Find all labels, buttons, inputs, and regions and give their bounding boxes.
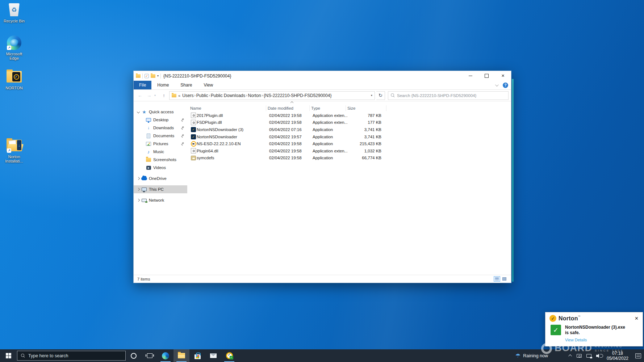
- taskbar-clock[interactable]: 07:18 05/04/2022: [606, 351, 629, 361]
- taskbar-cortana-button[interactable]: [126, 349, 142, 362]
- desktop-icon-recycle-bin[interactable]: ♻ Recycle Bin: [2, 2, 26, 23]
- taskbar-task-view-button[interactable]: [142, 349, 158, 362]
- tab-file[interactable]: File: [134, 81, 151, 89]
- refresh-button[interactable]: ↻: [376, 91, 385, 100]
- minimize-button[interactable]: [462, 71, 478, 81]
- taskbar-store-button[interactable]: [189, 349, 205, 362]
- sidebar-item-quick-access[interactable]: ★Quick access: [134, 108, 189, 116]
- desktop-icon-norton-folder[interactable]: ✓ NORTON: [2, 69, 26, 90]
- file-row[interactable]: Plugin64.dll02/04/2022 19:58Application …: [189, 147, 511, 155]
- sidebar-item-documents[interactable]: Documents: [134, 132, 189, 140]
- tab-view[interactable]: View: [198, 81, 219, 89]
- recent-locations-icon[interactable]: ▾: [154, 94, 159, 97]
- display-tray-icon[interactable]: [577, 354, 582, 358]
- file-type: Application: [311, 156, 347, 160]
- separator: [142, 73, 143, 79]
- column-header-type[interactable]: Type: [310, 105, 346, 111]
- column-header-size[interactable]: Size: [346, 105, 386, 111]
- qat-customize-arrow-icon[interactable]: ▾: [157, 74, 159, 77]
- desktop: ♻ Recycle Bin ↗ Microsoft Edge ✓ NORTON …: [0, 0, 644, 362]
- breadcrumb-item[interactable]: Users: [182, 93, 193, 98]
- file-size: 3,741 KB: [347, 127, 381, 132]
- taskbar-edge-button[interactable]: [158, 349, 173, 362]
- file-type-dll-icon: [190, 120, 197, 125]
- breadcrumb-separator-icon[interactable]: ›: [245, 93, 248, 97]
- chevron-down-icon[interactable]: [136, 111, 141, 113]
- start-button[interactable]: [0, 349, 17, 362]
- column-header-name[interactable]: Name: [189, 105, 266, 111]
- breadcrumb-item[interactable]: {NS-2222210-SHPD-FSD5290004}: [264, 93, 331, 98]
- volume-tray-icon[interactable]: [596, 354, 601, 358]
- breadcrumb-separator-icon[interactable]: ›: [261, 93, 264, 97]
- sidebar-item-this-pc[interactable]: This PC: [134, 185, 187, 193]
- desktop-icon-label: Norton Installati...: [2, 155, 26, 163]
- taskbar-mail-button[interactable]: [205, 349, 221, 362]
- sidebar-item-label: Screenshots: [153, 157, 176, 162]
- breadcrumb-item[interactable]: Public: [196, 93, 208, 98]
- file-row[interactable]: NS-ESD-22.22.2.10-EN02/04/2022 19:58Appl…: [189, 140, 511, 147]
- taskbar-weather-button[interactable]: ☂ Raining now: [515, 353, 548, 359]
- properties-qat-icon[interactable]: ✓: [145, 74, 149, 78]
- status-bar: 7 items: [134, 275, 511, 283]
- large-icons-view-button[interactable]: [501, 276, 507, 282]
- breadcrumb-item[interactable]: Norton: [248, 93, 261, 98]
- forward-button[interactable]: →: [145, 92, 153, 99]
- file-type-norton-esd-icon: [190, 141, 197, 147]
- new-folder-qat-icon[interactable]: [151, 74, 155, 78]
- back-button[interactable]: ←: [136, 92, 144, 99]
- norton-notification: Norton™ ✕ NortonNSDownloader (3).exe is …: [545, 312, 643, 346]
- sidebar-item-screenshots[interactable]: Screenshots: [134, 156, 189, 164]
- address-bar[interactable]: « Users›Public›Public Downloads›Norton›{…: [169, 91, 375, 100]
- close-button[interactable]: [495, 71, 511, 81]
- notification-close-icon[interactable]: ✕: [634, 316, 639, 321]
- file-list-pane: Name Date modified Type Size 2017Plugin.…: [189, 101, 511, 275]
- sidebar-item-label: Music: [153, 150, 164, 154]
- file-row[interactable]: NortonNSDownloader (3)05/04/2022 07:16Ap…: [189, 126, 511, 133]
- system-tray: ☂ Raining now 07:18 05/04/2022: [515, 349, 644, 362]
- breadcrumb-separator-icon[interactable]: ›: [208, 93, 211, 97]
- taskbar: Type here to search ☂ Raining now 07:18 …: [0, 349, 644, 362]
- sidebar-item-pictures[interactable]: Pictures: [134, 140, 189, 148]
- details-view-button[interactable]: [494, 276, 500, 282]
- taskbar-norton-button[interactable]: [221, 349, 237, 362]
- desktop-icon-microsoft-edge[interactable]: ↗ Microsoft Edge: [2, 35, 26, 60]
- tab-share[interactable]: Share: [175, 81, 198, 89]
- breadcrumb-overflow[interactable]: «: [178, 93, 180, 98]
- sidebar-item-downloads[interactable]: ↓Downloads: [134, 124, 189, 132]
- desktop-icon-norton-installation[interactable]: ↓ ↗ Norton Installati...: [2, 138, 26, 163]
- explorer-search-box[interactable]: Search {NS-2222210-SHPD-FSD5290004}: [388, 91, 509, 100]
- title-bar[interactable]: ✓ ▾ {NS-2222210-SHPD-FSD5290004}: [134, 71, 511, 81]
- sidebar-item-onedrive[interactable]: OneDrive: [134, 174, 189, 182]
- separator: [160, 73, 161, 79]
- column-header-date-modified[interactable]: Date modified: [266, 105, 310, 111]
- sidebar-item-label: This PC: [149, 187, 164, 191]
- pin-icon: [181, 126, 184, 130]
- help-icon[interactable]: ?: [503, 83, 508, 88]
- up-button[interactable]: ↑: [160, 92, 168, 99]
- action-center-icon[interactable]: [635, 353, 641, 358]
- breadcrumb-separator-icon[interactable]: ›: [193, 93, 196, 97]
- file-row[interactable]: FSDPlugin.dll02/04/2022 19:58Application…: [189, 119, 511, 126]
- taskbar-search-input[interactable]: Type here to search: [17, 351, 126, 361]
- network-tray-icon[interactable]: [586, 354, 591, 358]
- file-row[interactable]: symcdefs02/04/2022 19:58Application66,77…: [189, 155, 511, 162]
- file-row[interactable]: 2017Plugin.dll02/04/2022 19:58Applicatio…: [189, 112, 511, 119]
- breadcrumb-item[interactable]: Public Downloads: [211, 93, 245, 98]
- sidebar-item-music[interactable]: ♪Music: [134, 148, 189, 156]
- address-dropdown-icon[interactable]: ▾: [371, 94, 372, 97]
- chevron-right-icon[interactable]: [136, 188, 141, 190]
- taskbar-file-explorer-button[interactable]: [173, 349, 189, 362]
- chevron-right-icon[interactable]: [136, 177, 141, 180]
- sidebar-item-network[interactable]: Network: [134, 196, 189, 204]
- maximize-button[interactable]: [478, 71, 495, 81]
- chevron-right-icon[interactable]: [136, 199, 141, 201]
- expand-ribbon-icon[interactable]: [495, 83, 499, 87]
- tab-home[interactable]: Home: [151, 81, 175, 89]
- file-type-dll-icon: [190, 113, 197, 118]
- view-details-link[interactable]: View Details: [565, 338, 625, 342]
- file-type: Application: [311, 127, 347, 132]
- show-hidden-icons-chevron[interactable]: [568, 354, 572, 358]
- file-row[interactable]: NortonNSDownloader02/04/2022 19:57Applic…: [189, 133, 511, 140]
- sidebar-item-desktop[interactable]: Desktop: [134, 116, 189, 124]
- sidebar-item-videos[interactable]: Videos: [134, 164, 189, 172]
